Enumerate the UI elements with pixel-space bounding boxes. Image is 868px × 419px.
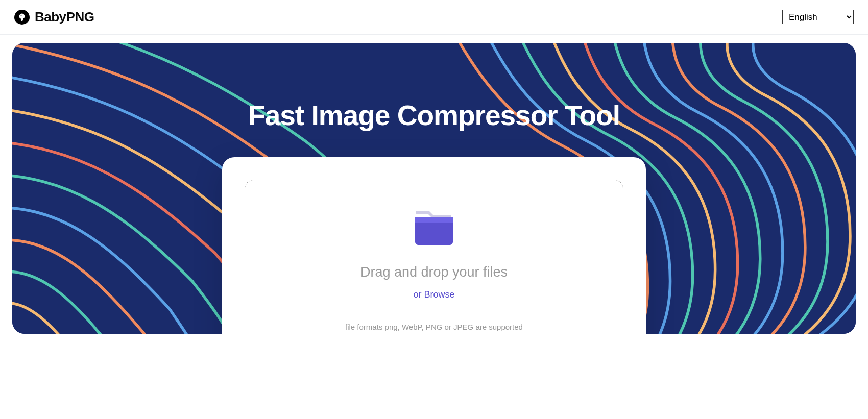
language-select[interactable]: English	[782, 10, 854, 24]
drop-instruction: Drag and drop your files	[360, 264, 508, 280]
hero-title: Fast Image Compressor Tool	[248, 99, 620, 132]
hero-banner: Fast Image Compressor Tool Drag and drop…	[12, 43, 856, 334]
brand-logo-group[interactable]: BabyPNG	[14, 9, 94, 25]
file-dropzone[interactable]: Drag and drop your files or Browse file …	[245, 180, 623, 334]
header: BabyPNG English	[0, 0, 868, 35]
brand-name: BabyPNG	[35, 9, 94, 25]
hero-content: Fast Image Compressor Tool Drag and drop…	[12, 43, 856, 334]
folder-icon	[412, 208, 456, 250]
svg-rect-3	[415, 217, 453, 223]
hero-section: Fast Image Compressor Tool Drag and drop…	[0, 35, 868, 375]
brand-logo-icon	[14, 10, 30, 25]
supported-formats: file formats png, WebP, PNG or JPEG are …	[345, 323, 523, 331]
svg-point-0	[21, 15, 22, 16]
upload-card: Drag and drop your files or Browse file …	[222, 157, 646, 334]
browse-link[interactable]: or Browse	[413, 289, 454, 300]
